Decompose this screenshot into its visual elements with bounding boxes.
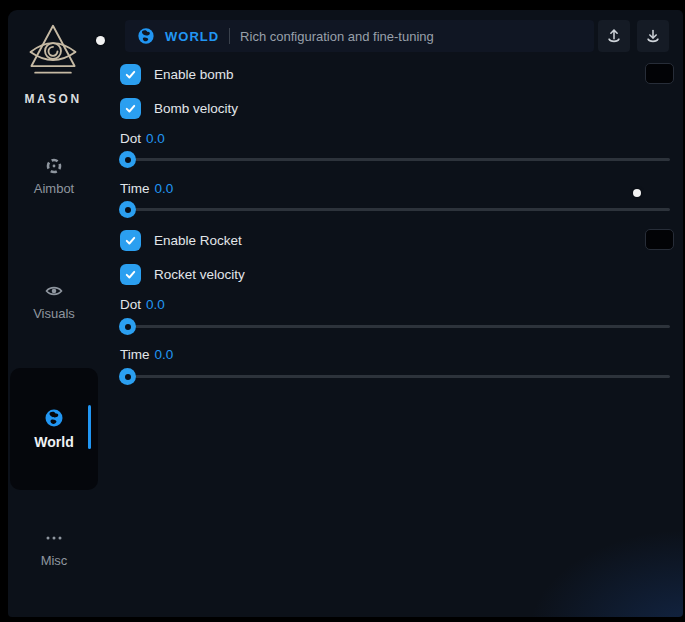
download-icon bbox=[644, 27, 662, 45]
time-slider-knob[interactable] bbox=[119, 201, 136, 218]
sidebar: MASON Aimbot Visuals bbox=[8, 10, 112, 617]
mason-eye-pyramid-icon bbox=[22, 22, 84, 82]
sidebar-item-aimbot[interactable]: Aimbot bbox=[10, 156, 98, 196]
slider-value: 0.0 bbox=[146, 297, 165, 312]
dot-slider-knob[interactable] bbox=[119, 151, 136, 168]
checkbox-row-bomb-velocity: Bomb velocity bbox=[120, 97, 238, 119]
eye-icon bbox=[44, 281, 64, 301]
ellipsis-icon bbox=[44, 528, 64, 548]
bomb-color-swatch[interactable] bbox=[645, 63, 674, 84]
rocket-velocity-checkbox[interactable] bbox=[120, 264, 141, 285]
page-header: WORLD Rich configuration and fine-tuning bbox=[125, 20, 594, 52]
slider-name: Time bbox=[120, 347, 150, 362]
slider-name: Time bbox=[120, 181, 150, 196]
slider-label-dot: Dot0.0 bbox=[120, 297, 165, 312]
check-icon bbox=[123, 67, 138, 82]
header-divider bbox=[229, 28, 230, 44]
checkbox-row-enable-rocket: Enable Rocket bbox=[120, 229, 242, 251]
time-slider-knob[interactable] bbox=[119, 368, 136, 385]
time-slider-track[interactable] bbox=[120, 375, 670, 378]
page-subtitle: Rich configuration and fine-tuning bbox=[240, 29, 434, 44]
checkbox-row-enable-bomb: Enable bomb bbox=[120, 63, 234, 85]
checkbox-row-rocket-velocity: Rocket velocity bbox=[120, 263, 245, 285]
download-config-button[interactable] bbox=[637, 20, 669, 52]
bomb-velocity-checkbox[interactable] bbox=[120, 98, 141, 119]
slider-label-time: Time0.0 bbox=[120, 181, 173, 196]
check-icon bbox=[123, 233, 138, 248]
check-icon bbox=[123, 267, 138, 282]
checkbox-label: Enable Rocket bbox=[154, 233, 242, 248]
dot-slider-track[interactable] bbox=[120, 325, 670, 328]
checkbox-label: Rocket velocity bbox=[154, 267, 245, 282]
app-window: MASON Aimbot Visuals bbox=[8, 10, 683, 617]
slider-name: Dot bbox=[120, 297, 141, 312]
time-slider-track[interactable] bbox=[120, 208, 670, 211]
upload-config-button[interactable] bbox=[598, 20, 630, 52]
sidebar-item-label: World bbox=[34, 434, 73, 450]
dot-slider-track[interactable] bbox=[120, 158, 670, 161]
crosshair-icon bbox=[44, 156, 64, 176]
rocket-color-swatch[interactable] bbox=[645, 229, 674, 250]
sidebar-item-label: Visuals bbox=[33, 306, 75, 321]
slider-label-time: Time0.0 bbox=[120, 347, 173, 362]
enable-rocket-checkbox[interactable] bbox=[120, 230, 141, 251]
enable-bomb-checkbox[interactable] bbox=[120, 64, 141, 85]
sidebar-item-world[interactable]: World bbox=[10, 368, 98, 490]
cursor-dot bbox=[96, 36, 105, 45]
selected-indicator bbox=[88, 405, 91, 449]
sidebar-item-misc[interactable]: Misc bbox=[10, 528, 98, 568]
sidebar-item-label: Aimbot bbox=[34, 181, 74, 196]
page-title: WORLD bbox=[165, 29, 219, 44]
dot-slider-knob[interactable] bbox=[119, 318, 136, 335]
slider-value: 0.0 bbox=[155, 347, 174, 362]
slider-name: Dot bbox=[120, 131, 141, 146]
upload-icon bbox=[605, 27, 623, 45]
globe-icon bbox=[44, 408, 64, 428]
check-icon bbox=[123, 101, 138, 116]
checkbox-label: Enable bomb bbox=[154, 67, 234, 82]
cursor-dot bbox=[633, 189, 641, 197]
main-panel: WORLD Rich configuration and fine-tuning bbox=[120, 10, 677, 617]
slider-value: 0.0 bbox=[146, 131, 165, 146]
slider-value: 0.0 bbox=[155, 181, 174, 196]
brand-name: MASON bbox=[8, 92, 98, 106]
sidebar-item-label: Misc bbox=[41, 553, 68, 568]
slider-label-dot: Dot0.0 bbox=[120, 131, 165, 146]
globe-icon bbox=[137, 27, 155, 45]
checkbox-label: Bomb velocity bbox=[154, 101, 238, 116]
sidebar-item-visuals[interactable]: Visuals bbox=[10, 281, 98, 321]
